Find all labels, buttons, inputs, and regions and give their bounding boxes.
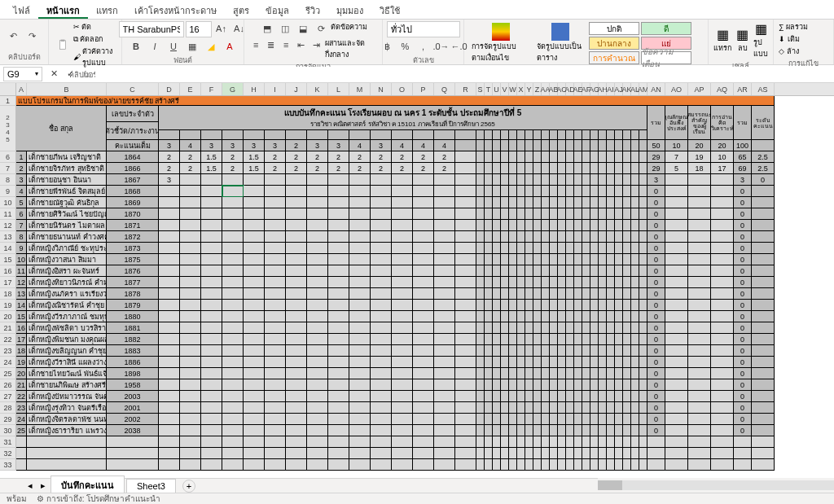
- cell[interactable]: [222, 391, 244, 402]
- cell[interactable]: [201, 345, 222, 357]
- cell[interactable]: [286, 414, 307, 425]
- cell[interactable]: [558, 322, 566, 334]
- cell[interactable]: [371, 174, 392, 186]
- cell[interactable]: [590, 288, 599, 300]
- cell[interactable]: [265, 265, 286, 277]
- cell[interactable]: 0: [647, 379, 665, 391]
- cell[interactable]: [16, 436, 27, 448]
- cell[interactable]: [574, 130, 582, 140]
- comma-icon[interactable]: ,: [415, 39, 432, 54]
- cell[interactable]: [180, 300, 201, 311]
- cell[interactable]: [455, 140, 476, 151]
- cell[interactable]: 2: [159, 151, 180, 163]
- row-header[interactable]: 16: [0, 265, 16, 277]
- cell[interactable]: [752, 186, 775, 197]
- col-header[interactable]: N: [371, 83, 392, 95]
- cell[interactable]: 3: [16, 174, 27, 186]
- chevron-down-icon[interactable]: ▾: [35, 70, 38, 77]
- cell[interactable]: [734, 459, 752, 471]
- cell[interactable]: [244, 197, 265, 208]
- cell[interactable]: [493, 425, 501, 436]
- cell[interactable]: [455, 436, 476, 448]
- cell[interactable]: [180, 379, 201, 391]
- cell[interactable]: สมรรถนะสำคัญของผู้เรียน: [688, 106, 711, 140]
- cell[interactable]: [286, 391, 307, 402]
- cell[interactable]: [159, 208, 180, 220]
- cell[interactable]: [590, 402, 599, 414]
- cell[interactable]: [711, 243, 734, 254]
- cell[interactable]: [582, 186, 590, 197]
- cell[interactable]: 21: [16, 379, 27, 391]
- cell[interactable]: [566, 140, 574, 151]
- cell[interactable]: 4: [349, 140, 371, 151]
- col-header[interactable]: S: [476, 83, 485, 95]
- cell[interactable]: [752, 414, 775, 425]
- col-header[interactable]: C: [107, 83, 159, 95]
- cell[interactable]: [615, 357, 623, 368]
- cell[interactable]: [455, 231, 476, 243]
- cell[interactable]: [566, 231, 574, 243]
- cell[interactable]: [476, 311, 485, 322]
- cell[interactable]: เด็กชายภีพน เจริญชาติ: [27, 151, 107, 163]
- cell[interactable]: [639, 459, 647, 471]
- cell[interactable]: [328, 254, 349, 265]
- cell[interactable]: [525, 379, 533, 391]
- cell[interactable]: [590, 357, 599, 368]
- cell[interactable]: เด็กหญิงพิมชนก มงคุณผล: [27, 334, 107, 345]
- cell[interactable]: [542, 163, 550, 174]
- cell[interactable]: [623, 414, 631, 425]
- cell[interactable]: [180, 391, 201, 402]
- cell[interactable]: [607, 391, 615, 402]
- row-header[interactable]: 25: [0, 368, 16, 379]
- cell[interactable]: [392, 379, 413, 391]
- cell[interactable]: [222, 357, 244, 368]
- cell[interactable]: [542, 425, 550, 436]
- cell[interactable]: [265, 311, 286, 322]
- cell[interactable]: [688, 391, 711, 402]
- cell[interactable]: [550, 379, 558, 391]
- cell[interactable]: [533, 265, 542, 277]
- cell[interactable]: 0: [734, 357, 752, 368]
- cell[interactable]: [392, 414, 413, 425]
- cell[interactable]: [615, 151, 623, 163]
- cell[interactable]: [615, 288, 623, 300]
- cell[interactable]: [639, 186, 647, 197]
- cell[interactable]: [590, 345, 599, 357]
- cell[interactable]: [688, 425, 711, 436]
- inc-decimal-icon[interactable]: .0→: [433, 39, 450, 54]
- cell[interactable]: [631, 220, 639, 231]
- cell[interactable]: [413, 265, 434, 277]
- cell[interactable]: [558, 357, 566, 368]
- cell[interactable]: [485, 311, 493, 322]
- cell[interactable]: [623, 265, 631, 277]
- cell[interactable]: [159, 459, 180, 471]
- cell[interactable]: [159, 243, 180, 254]
- cell[interactable]: [517, 425, 525, 436]
- cell[interactable]: [509, 186, 517, 197]
- italic-button[interactable]: I: [147, 39, 163, 54]
- sheet-tab[interactable]: Sheet3: [126, 479, 176, 493]
- cell[interactable]: 1.5: [244, 163, 265, 174]
- cell[interactable]: [222, 243, 244, 254]
- cell[interactable]: [525, 436, 533, 448]
- cell[interactable]: [525, 300, 533, 311]
- cell[interactable]: [533, 459, 542, 471]
- cell[interactable]: [455, 414, 476, 425]
- cell[interactable]: แบบบันทึกคะแนน โรงเรียนผอบ ณ นคร 1 ระดับ…: [159, 106, 647, 130]
- cell[interactable]: [286, 425, 307, 436]
- cell[interactable]: 0: [734, 186, 752, 197]
- cell[interactable]: [752, 208, 775, 220]
- cell[interactable]: [607, 436, 615, 448]
- row-header[interactable]: 13: [0, 231, 16, 243]
- cell[interactable]: [558, 368, 566, 379]
- cell[interactable]: [639, 174, 647, 186]
- cell[interactable]: 19: [16, 357, 27, 368]
- cell[interactable]: [558, 243, 566, 254]
- cell[interactable]: [159, 186, 180, 197]
- cell[interactable]: [665, 402, 688, 414]
- cell[interactable]: [392, 231, 413, 243]
- cell[interactable]: [711, 265, 734, 277]
- cell[interactable]: [509, 265, 517, 277]
- row-header[interactable]: 7: [0, 163, 16, 174]
- cell[interactable]: [623, 208, 631, 220]
